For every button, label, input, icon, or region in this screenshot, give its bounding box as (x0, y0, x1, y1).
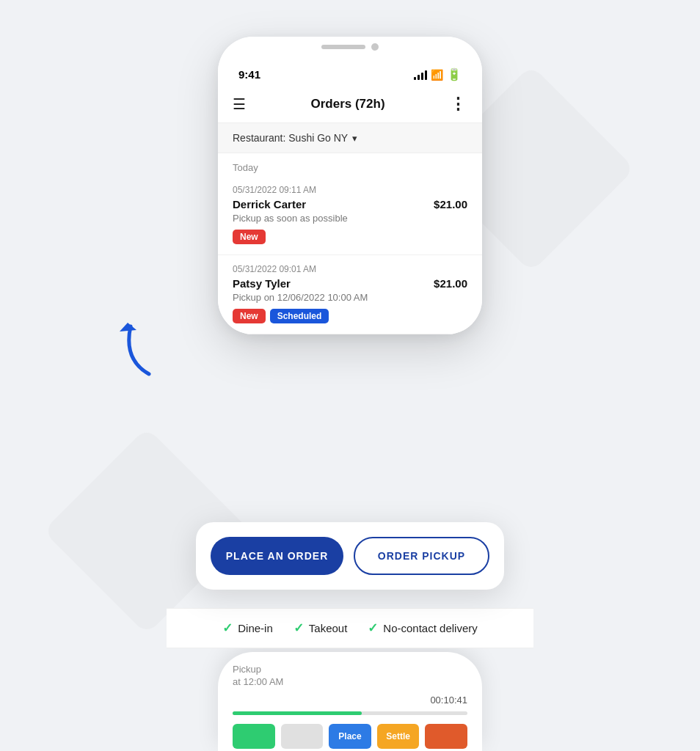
service-label-delivery: No-contact delivery (383, 622, 477, 634)
order-amount-1: $21.00 (434, 198, 467, 210)
order-name-row-2: Patsy Tyler $21.00 (233, 277, 467, 290)
order-name-2: Patsy Tyler (233, 277, 291, 290)
second-phone-content: Pickup at 12:00 AM 00:10:41 Place Settle (218, 652, 482, 751)
tag-new-1: New (233, 230, 266, 244)
check-icon-takeout: ✓ (294, 620, 304, 636)
restaurant-selector[interactable]: Restaurant: Sushi Go NY ▾ (218, 123, 482, 153)
status-time: 9:41 (238, 68, 260, 81)
progress-bar (233, 711, 467, 715)
phone-notch (306, 37, 394, 57)
order-name-row-1: Derrick Carter $21.00 (233, 198, 467, 210)
order-timestamp-1: 05/31/2022 09:11 AM (233, 185, 467, 195)
bottom-action-row: Place Settle (233, 724, 467, 749)
status-icons: 📶 🔋 (414, 67, 462, 81)
section-date: Today (218, 153, 482, 176)
order-name-1: Derrick Carter (233, 198, 306, 210)
notch-camera (371, 43, 379, 51)
status-bar: 9:41 📶 🔋 (218, 57, 482, 87)
scene: 9:41 📶 🔋 ☰ Orders (72h) ⋮ (0, 0, 700, 751)
blue-arrow (109, 315, 167, 384)
service-takeout: ✓ Takeout (294, 620, 348, 636)
service-delivery: ✓ No-contact delivery (368, 620, 477, 636)
check-icon-delivery: ✓ (368, 620, 378, 636)
tag-scheduled-2: Scheduled (270, 309, 329, 323)
signal-icon (414, 70, 427, 80)
order-item-1[interactable]: 05/31/2022 09:11 AM Derrick Carter $21.0… (218, 176, 482, 255)
order-list: Today 05/31/2022 09:11 AM Derrick Carter… (218, 153, 482, 334)
bottom-btn-place[interactable]: Place (329, 724, 371, 749)
pickup-time: at 12:00 AM (233, 676, 467, 687)
order-item-2[interactable]: 05/31/2022 09:01 AM Patsy Tyler $21.00 P… (218, 255, 482, 334)
restaurant-label: Restaurant: Sushi Go NY (233, 132, 348, 144)
svg-marker-0 (120, 323, 136, 331)
place-order-button[interactable]: PLACE AN ORDER (211, 537, 343, 575)
notch-pill (321, 45, 365, 49)
check-icon-dine-in: ✓ (222, 620, 233, 636)
bottom-btn-1[interactable] (233, 724, 275, 749)
order-detail-1: Pickup as soon as possible (233, 213, 467, 224)
more-button[interactable]: ⋮ (450, 95, 467, 114)
tag-new-2: New (233, 309, 266, 323)
pickup-label: Pickup (233, 664, 467, 675)
order-detail-2: Pickup on 12/06/2022 10:00 AM (233, 292, 467, 303)
chevron-down-icon: ▾ (352, 133, 357, 144)
main-phone: 9:41 📶 🔋 ☰ Orders (72h) ⋮ (218, 37, 482, 334)
bottom-btn-settle[interactable]: Settle (377, 724, 420, 749)
app-header: ☰ Orders (72h) ⋮ (218, 87, 482, 123)
service-label-takeout: Takeout (309, 622, 348, 634)
phone-body: 9:41 📶 🔋 ☰ Orders (72h) ⋮ (218, 37, 482, 334)
battery-icon: 🔋 (447, 67, 462, 81)
page-title: Orders (72h) (310, 97, 384, 111)
bottom-btn-5[interactable] (425, 724, 467, 749)
order-pickup-button[interactable]: ORDER PICKUP (354, 537, 489, 575)
menu-button[interactable]: ☰ (233, 95, 246, 113)
bottom-btn-2[interactable] (281, 724, 324, 749)
service-dine-in: ✓ Dine-in (222, 620, 273, 636)
service-bar: ✓ Dine-in ✓ Takeout ✓ No-contact deliver… (167, 608, 533, 648)
timer-row: 00:10:41 (233, 695, 467, 706)
service-label-dine-in: Dine-in (238, 622, 273, 634)
progress-bar-fill (233, 711, 362, 715)
second-phone-partial: Pickup at 12:00 AM 00:10:41 Place Settle (218, 652, 482, 751)
order-amount-2: $21.00 (434, 277, 467, 290)
action-card: PLACE AN ORDER ORDER PICKUP (196, 522, 504, 590)
order-timestamp-2: 05/31/2022 09:01 AM (233, 264, 467, 274)
timer-badge: 00:10:41 (430, 695, 467, 706)
order-tags-2: New Scheduled (233, 309, 467, 323)
wifi-icon: 📶 (431, 69, 443, 81)
order-tags-1: New (233, 230, 467, 244)
